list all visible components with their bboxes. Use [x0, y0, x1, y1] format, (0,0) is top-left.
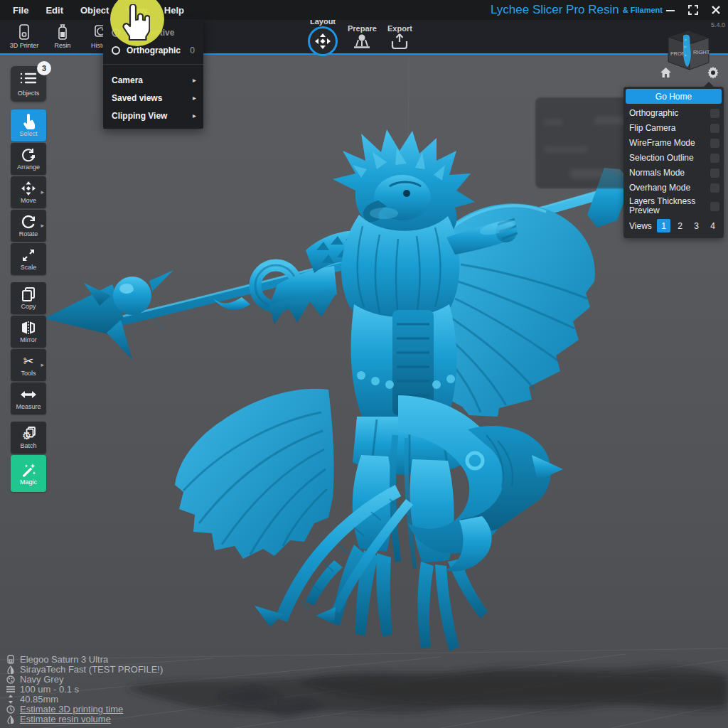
- navigation-cube[interactable]: FRONT RIGHT: [658, 27, 717, 73]
- estimate-resin-volume-link[interactable]: Estimate resin volume: [20, 714, 111, 724]
- flip-camera-checkbox[interactable]: [710, 124, 719, 133]
- saved-views-label: Saved views: [112, 93, 162, 103]
- layout-move-icon: [308, 26, 338, 56]
- tool-select[interactable]: Select: [11, 109, 46, 141]
- tool-batch[interactable]: ⚙ Batch: [11, 422, 46, 454]
- version-label: 5.4.0: [711, 21, 725, 28]
- menu-item-orthographic[interactable]: Orthographic 0: [103, 41, 203, 59]
- select-pointer-icon: [21, 114, 36, 129]
- printer-button-label: 3D Printer: [10, 42, 39, 49]
- app-title-main: Lychee Slicer Pro Resin: [491, 3, 619, 17]
- arrange-icon: [21, 147, 36, 163]
- tool-scale-label: Scale: [21, 264, 37, 271]
- tool-rotate[interactable]: Rotate ▸: [11, 210, 46, 242]
- option-overhang-mode[interactable]: Overhang Mode: [623, 181, 724, 196]
- close-button[interactable]: [708, 2, 724, 18]
- move-icon: [21, 181, 36, 196]
- menu-help[interactable]: Help: [164, 5, 184, 16]
- overhang-checkbox[interactable]: [710, 183, 719, 193]
- orthographic-checkbox[interactable]: [710, 109, 719, 118]
- printer-status-info: Elegoo Saturn 3 Ultra SirayaTech Fast (T…: [6, 655, 163, 724]
- tool-tools[interactable]: ✂ Tools ▸: [11, 349, 46, 381]
- measure-icon: [20, 387, 37, 402]
- scale-icon: [21, 247, 36, 263]
- view-button-3[interactable]: 3: [690, 219, 703, 232]
- menu-file[interactable]: File: [13, 5, 28, 16]
- tab-export[interactable]: Export: [387, 24, 412, 50]
- estimate-print-time-link[interactable]: Estimate 3D printing time: [20, 704, 123, 714]
- resin-profile-name: SirayaTech Fast (TEST PROFILE!): [20, 664, 163, 675]
- app-title: Lychee Slicer Pro Resin & Filament: [491, 0, 663, 20]
- layers-icon: [6, 685, 15, 693]
- tool-copy[interactable]: Copy: [11, 282, 46, 314]
- status-resin-profile: SirayaTech Fast (TEST PROFILE!): [6, 665, 163, 674]
- views-label: Views: [629, 221, 654, 231]
- tool-mirror[interactable]: Mirror: [11, 316, 46, 348]
- menu-object[interactable]: Object: [80, 5, 109, 16]
- status-printer: Elegoo Saturn 3 Ultra: [6, 655, 163, 664]
- status-estimate-volume: Estimate resin volume: [6, 714, 163, 724]
- app-window: File Edit Object View Help Lychee Slicer…: [0, 0, 728, 728]
- app-title-suffix: & Filament: [623, 6, 663, 14]
- object-list-icon: [20, 72, 37, 87]
- tools-submenu-caret-icon: ▸: [41, 361, 44, 368]
- tool-select-label: Select: [19, 130, 37, 137]
- tool-move[interactable]: Move ▸: [11, 176, 46, 208]
- option-label: Selection Outline: [629, 152, 694, 164]
- option-label: Overhang Mode: [629, 182, 690, 194]
- layers-thickness-checkbox[interactable]: [710, 202, 719, 211]
- camera-caret-icon: ▸: [193, 76, 196, 84]
- menu-item-clipping-view[interactable]: Clipping View ▸: [103, 107, 203, 124]
- view-button-4[interactable]: 4: [706, 219, 719, 232]
- option-wireframe-mode[interactable]: WireFrame Mode: [623, 136, 724, 151]
- move-submenu-caret-icon: ▸: [41, 188, 44, 196]
- views-row: Views 1 2 3 4: [623, 217, 724, 232]
- objects-panel-button[interactable]: Objects 3: [11, 66, 46, 102]
- tool-magic[interactable]: Magic: [11, 455, 46, 492]
- option-orthographic[interactable]: Orthographic: [623, 106, 724, 121]
- camera-label: Camera: [112, 75, 143, 85]
- tool-scale[interactable]: Scale: [11, 243, 46, 275]
- layer-height-exposure: 100 um - 0.1 s: [20, 684, 79, 695]
- camera-options-panel: Go Home Orthographic Flip Camera WireFra…: [623, 87, 724, 238]
- mouse-cursor-hand-icon: [120, 4, 150, 44]
- view-button-2[interactable]: 2: [673, 219, 687, 232]
- status-estimate-time: Estimate 3D printing time: [6, 705, 163, 714]
- tool-tools-label: Tools: [21, 370, 36, 377]
- option-normals-mode[interactable]: Normals Mode: [623, 166, 724, 181]
- wireframe-checkbox[interactable]: [710, 139, 719, 148]
- view-button-1[interactable]: 1: [657, 219, 670, 232]
- tool-batch-label: Batch: [20, 442, 36, 449]
- option-selection-outline[interactable]: Selection Outline: [623, 151, 724, 166]
- menu-edit[interactable]: Edit: [46, 5, 63, 16]
- minimize-button[interactable]: [663, 2, 678, 18]
- option-label: Orthographic: [629, 107, 678, 119]
- option-flip-camera[interactable]: Flip Camera: [623, 121, 724, 136]
- magic-wand-icon: [20, 462, 37, 478]
- orthographic-radio-icon: [112, 46, 120, 55]
- go-home-button[interactable]: Go Home: [626, 89, 722, 104]
- menu-item-saved-views[interactable]: Saved views ▸: [103, 89, 203, 107]
- export-icon: [390, 33, 409, 50]
- tool-arrange[interactable]: Arrange: [11, 143, 46, 175]
- menu-separator: [103, 64, 203, 65]
- rotate-icon: [21, 214, 36, 230]
- tab-layout[interactable]: Layout: [308, 17, 338, 56]
- selection-outline-checkbox[interactable]: [710, 154, 719, 163]
- clipping-view-label: Clipping View: [112, 111, 167, 121]
- option-label: WireFrame Mode: [629, 137, 695, 149]
- tool-move-label: Move: [21, 197, 36, 204]
- option-layers-thickness[interactable]: Layers Thickness Preview: [623, 196, 724, 217]
- printer-icon: [17, 23, 31, 41]
- copy-icon: [21, 287, 36, 302]
- tab-prepare[interactable]: Prepare: [348, 24, 377, 50]
- menu-item-camera[interactable]: Camera ▸: [103, 71, 203, 89]
- model-height-value: 40.85mm: [20, 694, 58, 705]
- batch-gears-icon: ⚙: [20, 426, 37, 441]
- color-palette-icon: [6, 675, 15, 684]
- orthographic-label: Orthographic: [127, 46, 181, 55]
- tool-measure[interactable]: Measure: [11, 382, 46, 414]
- maximize-button[interactable]: [685, 2, 701, 18]
- normals-checkbox[interactable]: [710, 168, 719, 178]
- objects-panel-label: Objects: [18, 90, 40, 97]
